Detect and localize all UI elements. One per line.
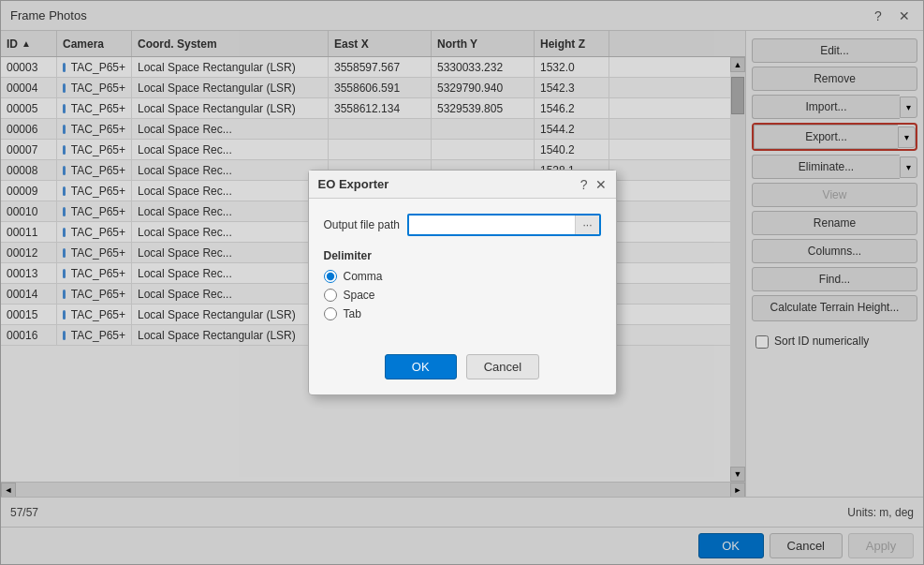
modal-title-bar: EO Exporter ? ✕ (309, 171, 616, 199)
delimiter-space-radio[interactable] (324, 289, 337, 302)
eo-exporter-modal: EO Exporter ? ✕ Output file path ··· Del… (308, 170, 617, 395)
output-file-path-label: Output file path (324, 218, 400, 231)
delimiter-comma-radio[interactable] (324, 270, 337, 283)
delimiter-space-label: Space (344, 289, 375, 302)
modal-help-icon[interactable]: ? (580, 177, 588, 192)
modal-cancel-button[interactable]: Cancel (466, 354, 539, 379)
modal-body: Output file path ··· Delimiter Comma Spa… (309, 199, 616, 345)
modal-close-icon[interactable]: ✕ (595, 177, 607, 192)
output-file-path-input[interactable] (409, 216, 576, 234)
modal-ok-button[interactable]: OK (385, 354, 457, 379)
delimiter-label: Delimiter (324, 249, 601, 262)
modal-title: EO Exporter (318, 177, 389, 191)
output-file-path-row: Output file path ··· (324, 214, 601, 236)
delimiter-section: Delimiter Comma Space Tab (324, 249, 601, 320)
modal-footer: OK Cancel (309, 345, 616, 394)
modal-overlay: EO Exporter ? ✕ Output file path ··· Del… (0, 0, 924, 565)
delimiter-tab-row: Tab (324, 307, 601, 320)
browse-button[interactable]: ··· (575, 216, 598, 234)
delimiter-tab-label: Tab (344, 307, 361, 320)
delimiter-comma-row: Comma (324, 270, 601, 283)
delimiter-tab-radio[interactable] (324, 307, 337, 320)
modal-controls: ? ✕ (580, 177, 607, 192)
delimiter-space-row: Space (324, 289, 601, 302)
output-file-path-wrapper: ··· (407, 214, 601, 236)
delimiter-comma-label: Comma (344, 270, 383, 283)
